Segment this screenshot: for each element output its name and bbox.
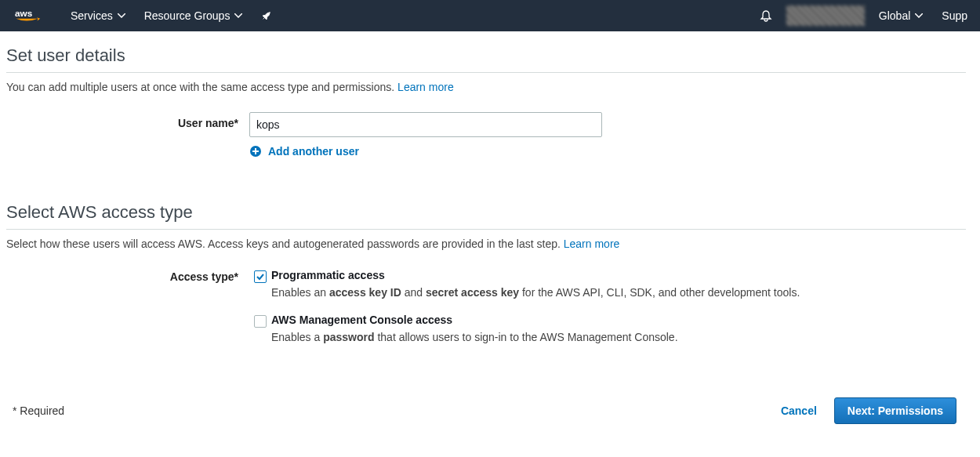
pin-icon[interactable] bbox=[261, 10, 272, 21]
select-access-type-title: Select AWS access type bbox=[6, 202, 966, 223]
access-type-programmatic-row: Access type* Programmatic access Enables… bbox=[6, 269, 966, 301]
learn-more-link[interactable]: Learn more bbox=[397, 81, 454, 93]
set-user-details-title: Set user details bbox=[6, 45, 966, 66]
programmatic-access-desc: Enables an access key ID and secret acce… bbox=[271, 285, 966, 301]
next-permissions-button[interactable]: Next: Permissions bbox=[834, 397, 956, 424]
plus-circle-icon bbox=[249, 145, 262, 158]
aws-logo[interactable]: aws bbox=[13, 7, 52, 24]
nav-support-label: Supp bbox=[942, 9, 967, 22]
set-user-details-desc: You can add multiple users at once with … bbox=[6, 81, 966, 93]
footer: * Required Cancel Next: Permissions bbox=[6, 390, 966, 424]
learn-more-link[interactable]: Learn more bbox=[564, 238, 620, 250]
chevron-down-icon bbox=[234, 13, 242, 18]
nav-region[interactable]: Global bbox=[879, 9, 923, 22]
username-input[interactable] bbox=[249, 112, 602, 137]
bell-icon[interactable] bbox=[760, 9, 772, 22]
nav-services-label: Services bbox=[71, 9, 113, 22]
svg-text:aws: aws bbox=[15, 8, 33, 18]
access-type-label: Access type* bbox=[6, 269, 249, 283]
username-row: User name* Add another user bbox=[6, 112, 966, 160]
console-access-desc: Enables a password that allows users to … bbox=[271, 329, 966, 346]
chevron-down-icon bbox=[118, 13, 125, 18]
nav-resource-groups[interactable]: Resource Groups bbox=[144, 9, 243, 22]
main-content: Set user details You can add multiple us… bbox=[0, 31, 972, 440]
select-access-type-desc: Select how these users will access AWS. … bbox=[6, 238, 966, 250]
console-access-checkbox[interactable] bbox=[254, 315, 267, 328]
top-nav: aws Services Resource Groups Global Supp bbox=[0, 0, 980, 31]
nav-resource-groups-label: Resource Groups bbox=[144, 9, 230, 22]
add-another-user-link[interactable]: Add another user bbox=[249, 145, 359, 158]
nav-support[interactable]: Supp bbox=[942, 9, 967, 22]
chevron-down-icon bbox=[915, 13, 923, 18]
access-type-console-row: AWS Management Console access Enables a … bbox=[6, 314, 966, 346]
required-note: * Required bbox=[13, 404, 64, 417]
cancel-button[interactable]: Cancel bbox=[781, 404, 817, 417]
username-label: User name* bbox=[6, 112, 249, 129]
nav-region-label: Global bbox=[879, 9, 910, 22]
nav-services[interactable]: Services bbox=[71, 9, 125, 22]
programmatic-access-title: Programmatic access bbox=[271, 269, 966, 281]
add-another-user-label: Add another user bbox=[268, 145, 359, 158]
divider bbox=[6, 72, 966, 73]
programmatic-access-checkbox[interactable] bbox=[254, 270, 267, 283]
console-access-title: AWS Management Console access bbox=[271, 314, 966, 326]
divider bbox=[6, 229, 966, 230]
account-info-redacted bbox=[786, 5, 865, 26]
